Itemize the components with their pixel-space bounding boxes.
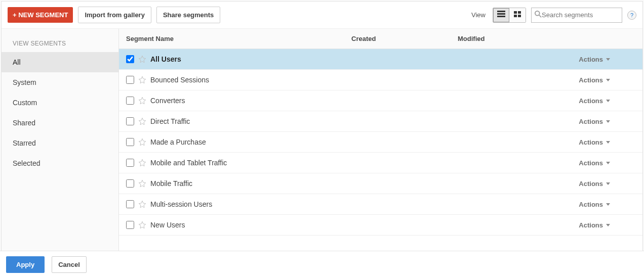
row-checkbox[interactable] (126, 138, 134, 146)
segment-name: Multi-session Users (150, 200, 212, 208)
toolbar: + NEW SEGMENT Import from gallery Share … (2, 2, 642, 29)
sidebar-item-selected[interactable]: Selected (2, 153, 118, 173)
actions-label: Actions (579, 201, 603, 208)
row-checkbox[interactable] (126, 159, 134, 167)
table-row[interactable]: ConvertersActions (119, 90, 642, 111)
segment-name: New Users (150, 221, 185, 229)
actions-label: Actions (579, 56, 603, 63)
table-row[interactable]: Bounced SessionsActions (119, 70, 642, 90)
table-header: Segment Name Created Modified (119, 29, 642, 49)
svg-rect-6 (518, 15, 521, 17)
sidebar-header: VIEW SEGMENTS (2, 29, 118, 52)
table-row[interactable]: Mobile and Tablet TrafficActions (119, 153, 642, 173)
share-segments-button[interactable]: Share segments (156, 7, 220, 23)
actions-dropdown[interactable]: Actions (579, 201, 635, 208)
help-button[interactable]: ? (627, 11, 636, 20)
svg-rect-5 (514, 15, 517, 17)
chevron-down-icon (606, 120, 610, 123)
segment-name: Converters (150, 97, 185, 105)
sidebar-item-shared[interactable]: Shared (2, 113, 118, 133)
row-checkbox[interactable] (126, 76, 134, 84)
chevron-down-icon (606, 203, 610, 206)
row-checkbox[interactable] (126, 55, 134, 63)
row-checkbox[interactable] (126, 221, 134, 229)
svg-rect-4 (518, 11, 521, 14)
actions-dropdown[interactable]: Actions (579, 118, 635, 125)
actions-label: Actions (579, 221, 603, 229)
actions-label: Actions (579, 76, 603, 84)
list-icon (497, 11, 505, 19)
row-checkbox[interactable] (126, 179, 134, 188)
actions-label: Actions (579, 180, 603, 188)
row-checkbox[interactable] (126, 117, 134, 125)
search-input[interactable] (542, 11, 627, 19)
table-row[interactable]: New UsersActions (119, 215, 642, 236)
row-checkbox[interactable] (126, 97, 134, 105)
column-modified[interactable]: Modified (451, 29, 557, 49)
import-from-gallery-button[interactable]: Import from gallery (78, 7, 151, 23)
svg-line-8 (539, 15, 541, 17)
chevron-down-icon (606, 141, 610, 144)
actions-label: Actions (579, 97, 603, 105)
actions-dropdown[interactable]: Actions (579, 97, 635, 105)
grid-icon (514, 11, 521, 19)
star-icon[interactable] (138, 138, 146, 146)
row-checkbox[interactable] (126, 200, 134, 208)
star-icon[interactable] (138, 55, 146, 63)
chevron-down-icon (606, 79, 610, 81)
sidebar: VIEW SEGMENTS AllSystemCustomSharedStarr… (2, 29, 119, 253)
chevron-down-icon (606, 182, 610, 185)
table-row[interactable]: Multi-session UsersActions (119, 194, 642, 215)
svg-rect-3 (514, 11, 517, 14)
svg-rect-1 (497, 13, 505, 15)
star-icon[interactable] (138, 97, 146, 105)
svg-rect-2 (497, 16, 505, 17)
new-segment-button[interactable]: + NEW SEGMENT (8, 7, 73, 23)
column-created[interactable]: Created (344, 29, 451, 49)
main: Segment Name Created Modified All UsersA… (119, 29, 642, 253)
apply-button[interactable]: Apply (6, 256, 45, 273)
actions-dropdown[interactable]: Actions (579, 180, 635, 188)
actions-dropdown[interactable]: Actions (579, 159, 635, 167)
view-list-button[interactable] (493, 8, 509, 22)
svg-rect-0 (497, 11, 505, 12)
actions-label: Actions (579, 159, 603, 167)
segment-name: Direct Traffic (150, 117, 190, 125)
star-icon[interactable] (138, 117, 146, 125)
sidebar-item-system[interactable]: System (2, 72, 118, 92)
search-icon (535, 11, 542, 19)
segment-name: Bounced Sessions (150, 76, 209, 84)
star-icon[interactable] (138, 221, 146, 229)
cancel-button[interactable]: Cancel (52, 256, 87, 273)
actions-dropdown[interactable]: Actions (579, 138, 635, 146)
column-segment-name[interactable]: Segment Name (119, 29, 344, 49)
table-row[interactable]: Mobile TrafficActions (119, 173, 642, 194)
search-box[interactable] (531, 8, 622, 23)
segment-name: Made a Purchase (150, 138, 206, 146)
table-row[interactable]: All UsersActions (119, 49, 642, 70)
chevron-down-icon (606, 224, 610, 226)
chevron-down-icon (606, 100, 610, 102)
segment-name: All Users (150, 55, 181, 63)
segment-name: Mobile Traffic (150, 179, 192, 188)
footer: Apply Cancel (0, 251, 644, 278)
view-toggle (493, 8, 526, 23)
sidebar-item-starred[interactable]: Starred (2, 133, 118, 153)
view-label: View (471, 11, 486, 19)
view-grid-button[interactable] (509, 8, 526, 22)
star-icon[interactable] (138, 179, 146, 188)
chevron-down-icon (606, 162, 610, 164)
actions-dropdown[interactable]: Actions (579, 76, 635, 84)
actions-label: Actions (579, 138, 603, 146)
table-row[interactable]: Made a PurchaseActions (119, 132, 642, 153)
sidebar-item-custom[interactable]: Custom (2, 92, 118, 113)
star-icon[interactable] (138, 76, 146, 84)
sidebar-item-all[interactable]: All (2, 52, 118, 72)
star-icon[interactable] (138, 200, 146, 208)
segment-name: Mobile and Tablet Traffic (150, 159, 227, 167)
actions-dropdown[interactable]: Actions (579, 56, 635, 63)
actions-label: Actions (579, 118, 603, 125)
star-icon[interactable] (138, 159, 146, 167)
actions-dropdown[interactable]: Actions (579, 221, 635, 229)
table-row[interactable]: Direct TrafficActions (119, 111, 642, 132)
